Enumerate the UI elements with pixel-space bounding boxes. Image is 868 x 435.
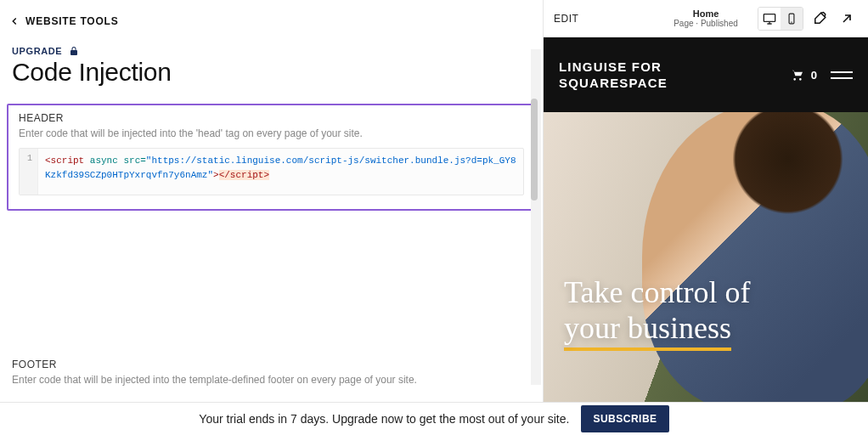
back-label: WEBSITE TOOLS (25, 15, 119, 27)
preview-topbar: EDIT Home Page · Published (544, 0, 868, 37)
footer-section-desc: Enter code that will be injected into th… (12, 374, 531, 386)
trial-banner-text: Your trial ends in 7 days. Upgrade now t… (199, 412, 569, 426)
svg-rect-0 (764, 14, 775, 21)
site-title-line2: SQUARESPACE (559, 75, 668, 92)
arrow-expand-icon (840, 12, 854, 25)
hero-heading: Take control of your business (564, 275, 750, 351)
header-section-highlight: HEADER Enter code that will be injected … (7, 104, 536, 211)
cart-icon (789, 68, 806, 82)
preview-site-header: LINGUISE FOR SQUARESPACE 0 (544, 37, 868, 112)
cart-button[interactable]: 0 (789, 68, 817, 82)
header-code-editor[interactable]: 1 <script async src="https://static.ling… (19, 148, 524, 195)
expand-button[interactable] (836, 8, 858, 30)
left-scrollbar-thumb[interactable] (531, 99, 538, 201)
site-preview[interactable]: LINGUISE FOR SQUARESPACE 0 (544, 37, 868, 402)
header-section-desc: Enter code that will be injected into th… (19, 127, 524, 139)
hero-image (642, 112, 869, 402)
cart-count: 0 (811, 69, 817, 82)
menu-button[interactable] (831, 71, 853, 79)
burger-line (831, 77, 853, 79)
footer-section-label: FOOTER (12, 359, 531, 370)
page-info[interactable]: Home Page · Published (674, 8, 738, 28)
burger-line (831, 71, 853, 73)
upgrade-badge[interactable]: UPGRADE (0, 36, 543, 56)
subscribe-button[interactable]: SUBSCRIBE (581, 405, 668, 432)
desktop-icon (763, 12, 776, 25)
code-body[interactable]: <script async src="https://static.lingui… (38, 149, 523, 195)
hero-section: Take control of your business (544, 112, 868, 402)
footer-section: FOOTER Enter code that will be injected … (0, 350, 543, 402)
hero-line2: your business (564, 311, 731, 351)
desktop-view-button[interactable] (758, 8, 781, 30)
code-gutter: 1 (20, 149, 38, 195)
page-name: Home (674, 8, 738, 19)
back-nav[interactable]: WEBSITE TOOLS (0, 0, 543, 36)
upgrade-label: UPGRADE (12, 46, 62, 56)
device-switcher (758, 7, 803, 31)
lock-icon (69, 46, 79, 56)
mobile-icon (786, 13, 798, 25)
left-scrollbar-track[interactable] (531, 49, 541, 385)
trial-banner: Your trial ends in 7 days. Upgrade now t… (0, 402, 868, 435)
mobile-view-button[interactable] (781, 8, 803, 30)
page-title: Code Injection (0, 56, 543, 104)
style-button[interactable] (809, 8, 831, 30)
page-status: Page · Published (674, 19, 738, 28)
header-section-label: HEADER (19, 112, 524, 124)
paintbrush-icon (812, 11, 827, 26)
chevron-left-icon (8, 15, 20, 27)
site-title-line1: LINGUISE FOR (559, 59, 668, 76)
hero-line1: Take control of (564, 275, 750, 310)
edit-button[interactable]: EDIT (554, 13, 578, 25)
svg-line-5 (843, 15, 850, 22)
site-title[interactable]: LINGUISE FOR SQUARESPACE (559, 59, 668, 92)
